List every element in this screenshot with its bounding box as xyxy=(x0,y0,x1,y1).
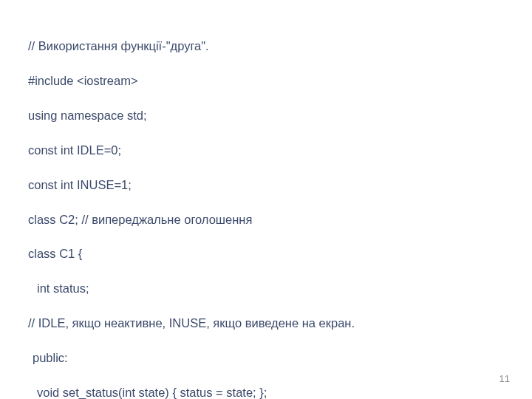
code-line: const int IDLE=0; xyxy=(28,142,532,159)
code-line: // Використання функції-"друга". xyxy=(28,38,532,55)
code-line: using namespace std; xyxy=(28,107,532,124)
code-line: int status; xyxy=(28,280,532,297)
code-line: class C1 { xyxy=(28,245,532,262)
code-line: const int INUSE=1; xyxy=(28,177,532,194)
code-line: public: xyxy=(28,349,532,366)
code-line: #include <iostream> xyxy=(28,72,532,89)
slide-number: 11 xyxy=(499,373,510,384)
code-line: void set_status(int state) { status = st… xyxy=(28,384,532,399)
code-line: // IDLE, якщо неактивне, INUSE, якщо вив… xyxy=(28,315,532,332)
code-block: // Використання функції-"друга". #includ… xyxy=(28,21,532,399)
code-line: class C2; // випереджальне оголошення xyxy=(28,211,532,228)
